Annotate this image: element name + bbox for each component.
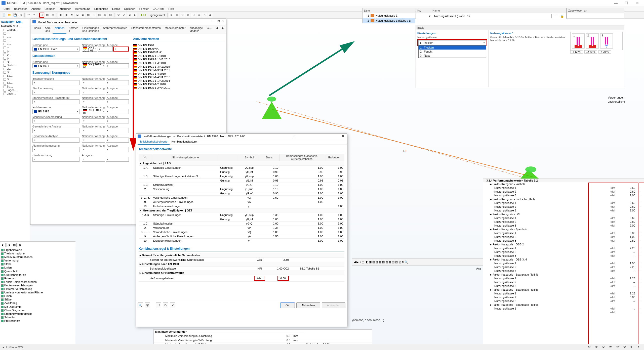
dd-bemessung-na[interactable]	[82, 157, 105, 162]
lfk-copy-icon[interactable]: ⧉	[163, 302, 168, 308]
tb-icon[interactable]: ▩	[86, 13, 91, 18]
mw-min-icon[interactable]: —	[213, 20, 215, 23]
result-tree-item[interactable]: Zweifarbig	[1, 301, 74, 305]
norm-item[interactable]: DIN EN 1991-1-3/NA:2019	[133, 68, 224, 72]
kdef-row[interactable]: Nutzungsklasse 2kdef0.80⋯Tabelle 3.2	[483, 220, 644, 224]
sb-icon[interactable]: ◔	[616, 345, 621, 349]
kdef-row[interactable]: Nutzungsklasse 1kdef2.25⋯Tabelle 3.2	[483, 246, 644, 250]
liste-row[interactable]: 2Nutzungsklasse 1 (Stäbe : 1)	[363, 18, 415, 23]
kdef-category[interactable]: ▸ Faktor-Kategorie - Vollholz	[483, 182, 644, 186]
tb-modelbasis-button[interactable]: ⊞	[39, 13, 44, 18]
grp-gzt[interactable]: Grenzzustand der Tragfähigkeit | GZT	[143, 209, 192, 212]
norm-item[interactable]: DIN EN 1990/NA/A1	[133, 51, 224, 54]
tab-scroll-right-icon[interactable]: ▶	[220, 25, 226, 34]
close-button[interactable]: ✕	[632, 1, 642, 5]
dd-bemessung[interactable]	[32, 80, 79, 85]
rtb-icon[interactable]: ◫	[362, 260, 364, 264]
kdef-row[interactable]: Nutzungsklasse 3kdef--⋯Tabelle 3.2	[483, 254, 644, 258]
tab-tsb[interactable]: Teilsicherheitsbeiwerte	[138, 139, 170, 145]
dd-normgruppe-2[interactable]: EN 1991	[32, 63, 79, 68]
apply-button[interactable]: Anwenden	[322, 302, 345, 308]
sb-icon[interactable]: ◕	[623, 345, 628, 349]
tab-normen1[interactable]: Normen I	[53, 25, 66, 34]
result-tree-item[interactable]: Max/Min-Informationen	[1, 255, 74, 259]
nav-item[interactable]: |u	[4, 46, 29, 49]
kdef-row[interactable]: Nutzungsklasse 2kdef--⋯Tabelle 3.2	[483, 250, 644, 254]
menu-hilfe[interactable]: Hilfe	[166, 7, 176, 10]
dd-nutzungsklasse-listbox[interactable]: 1 · Trocken 2 · Feucht 3 · Nass	[418, 45, 486, 58]
filter-btn-2[interactable]	[106, 63, 129, 68]
rtb-icon[interactable]: ⟟	[360, 260, 361, 264]
dd-normgruppe-1[interactable]: EN 1990 | Holz	[32, 47, 79, 52]
rtb-icon[interactable]: ▤	[372, 260, 375, 264]
dd-opt-2[interactable]: 2 · Feucht	[419, 50, 486, 54]
edit-na-button[interactable]	[113, 47, 129, 52]
kdef-value-box[interactable]: 0.60	[277, 276, 289, 281]
nav-item[interactable]: Sc…	[4, 74, 29, 77]
kdef-row[interactable]: Nutzungsklasse 2kdef2.25⋯Tabelle 3.2	[483, 265, 644, 269]
norm-item[interactable]: DIN EN 1991-1-3:2010	[133, 61, 224, 65]
sb-icon[interactable]: ◑	[595, 345, 600, 349]
kdef-row[interactable]: Nutzungsklasse 3kdef2.50⋯Tabelle 3.2	[483, 239, 644, 243]
rtb-icon[interactable]: ◰	[395, 260, 398, 264]
rtb-icon[interactable]: ⧉	[402, 260, 404, 264]
kfi-value[interactable]: 1.00 CC2	[270, 267, 290, 271]
menu-cadbim[interactable]: CAD-BIM	[151, 7, 166, 10]
menu-berechnung[interactable]: Berechnung	[73, 7, 92, 10]
tab-modellparam[interactable]: Modellparameter	[163, 25, 188, 34]
menu-ansicht[interactable]: Ansicht	[29, 7, 43, 10]
lfk-max-icon[interactable]: ☐	[291, 135, 295, 138]
kdef-row[interactable]: Nutzungsklasse 1kdef0.60⋯Tabelle 3.2	[483, 201, 644, 205]
dd-bemessung[interactable]	[32, 157, 79, 162]
nav-item[interactable]: Lager…	[4, 88, 29, 92]
tb-icon[interactable]: ◆	[208, 13, 213, 18]
tb-icon[interactable]: ⟳	[121, 13, 126, 18]
norm-item[interactable]: DIN EN 1991-1-1/A2:2014	[133, 79, 224, 82]
dd-bemessung[interactable]	[32, 90, 79, 95]
dd-na-2[interactable]: DIN | 2019-04	[82, 63, 105, 68]
norm-item[interactable]: DIN EN 1991-1-4/NA:2010	[133, 75, 224, 79]
nav-item[interactable]: u…	[4, 31, 29, 35]
rtb-icon[interactable]: ◫	[392, 260, 394, 264]
nav-item[interactable]: Sp…	[4, 85, 29, 88]
kdef-row[interactable]: Nutzungsklasse 1kdef0.60⋯Tabelle 3.2	[483, 186, 644, 190]
tb-icon[interactable]: ◩	[69, 13, 74, 18]
lf-code[interactable]: LF1	[140, 14, 147, 17]
result-tree-item[interactable]: Stäbe	[1, 262, 74, 266]
dd-bemessung-na[interactable]	[82, 128, 105, 133]
name-more-icon[interactable]: ⋯	[553, 15, 558, 18]
norm-item[interactable]: DIN EN 1995-1-2:2010	[133, 82, 224, 86]
tb-icon[interactable]: ⊖	[174, 13, 179, 18]
dd-bemessung-na[interactable]	[82, 99, 105, 104]
nav-item[interactable]: Sc…	[4, 77, 29, 81]
norm-item[interactable]: DIN EN 1995-1-1/NA:2013	[133, 58, 224, 61]
result-tree-item[interactable]: Ergebniswerte	[1, 248, 74, 252]
rtb-icon[interactable]: ▶	[356, 260, 358, 264]
lfk-help-icon[interactable]: ⓘ	[145, 302, 150, 308]
kdef-category[interactable]: ▸ Faktor-Kategorie - Spanplatte (Teil 5)	[483, 288, 644, 292]
tab-more[interactable]: G…	[205, 25, 214, 34]
nav-item[interactable]: u…	[4, 35, 29, 38]
nav-item[interactable]: Sc…	[4, 70, 29, 74]
result-tree-item[interactable]: Linien	[1, 266, 74, 269]
nav-item[interactable]: u…	[4, 42, 29, 46]
grp-holz[interactable]: Einstellungen für Holztragwerke	[142, 271, 184, 274]
result-tree-item[interactable]: Extreme Verschiebung	[1, 287, 74, 291]
kdef-row[interactable]: Nutzungsklasse 2kdef0.80⋯Tabelle 3.2	[483, 205, 644, 209]
snow-value[interactable]: 2.30	[270, 258, 290, 262]
result-tree-item[interactable]: Lokale Torsionsdrehungen	[1, 280, 74, 284]
tab-normen2[interactable]: Normen II	[66, 25, 80, 34]
kdef-row[interactable]: Nutzungsklasse 1kdef…⋯Tabelle 3.2	[483, 307, 644, 311]
result-tree-item[interactable]: Linien	[1, 294, 74, 298]
menu-datei[interactable]: Datei	[2, 7, 12, 10]
dd-opt-1[interactable]: 1 · Trocken	[419, 46, 486, 50]
filter-btn[interactable]	[106, 138, 129, 143]
filter-btn[interactable]	[106, 90, 129, 95]
filter-btn[interactable]	[106, 157, 129, 162]
filter-btn-1[interactable]	[98, 47, 113, 52]
norm-item[interactable]: DIN EN 1995-1-1:2010	[133, 54, 224, 58]
rtb-icon[interactable]: ◱	[398, 260, 401, 264]
kdef-row[interactable]: Nutzungsklasse 1kdef2.25⋯Tabelle 3.2	[483, 277, 644, 280]
dd-bemessung-na[interactable]	[82, 80, 105, 85]
kdef-row[interactable]: Nutzungsklasse 2kdef1.00⋯Tabelle 3.2	[483, 235, 644, 239]
